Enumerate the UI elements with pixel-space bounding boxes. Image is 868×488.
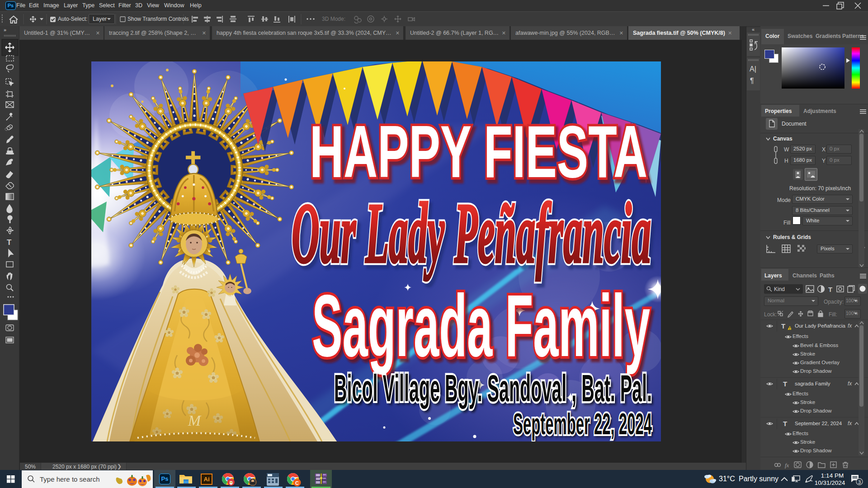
svg-text:Sagrada Family: Sagrada Family	[312, 276, 650, 375]
svg-text:fx: fx	[785, 462, 789, 469]
svg-text:T: T	[828, 286, 832, 293]
svg-text:September 22, 2024: September 22, 2024	[513, 407, 652, 441]
svg-text:T: T	[783, 420, 787, 427]
svg-text:«: «	[752, 27, 755, 32]
svg-text:T: T	[781, 322, 785, 330]
svg-text:T: T	[7, 238, 12, 247]
svg-text:M: M	[188, 412, 202, 429]
svg-text:C: C	[295, 480, 299, 486]
svg-text:T: T	[783, 380, 787, 388]
svg-text:Bicol Village Bgy. Sandoval ,: Bicol Village Bgy. Sandoval , Bat. Pal.	[334, 367, 652, 409]
svg-text:¶: ¶	[750, 77, 754, 84]
svg-text:»: »	[4, 27, 6, 33]
svg-text:A|: A|	[750, 65, 756, 73]
svg-text:HAPPY FIESTA: HAPPY FIESTA	[310, 110, 647, 193]
svg-text:Our Lady Peñafrancia: Our Lady Peñafrancia	[292, 186, 651, 281]
svg-text:3: 3	[858, 479, 861, 485]
svg-text:🎅: 🎅	[228, 480, 234, 485]
